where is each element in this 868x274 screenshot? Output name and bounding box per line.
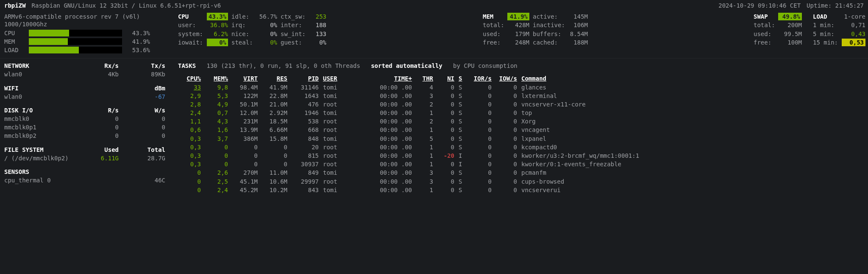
proc-s: S	[459, 101, 466, 108]
proc-res: 2.92M	[262, 109, 287, 117]
cpu-model: ARMv6-compatible processor rev 7 (v6l)	[4, 13, 140, 20]
proc-thr: 3	[416, 169, 433, 176]
mem-block: MEM 41.9% active:145Mtotal:428M inactive…	[483, 13, 576, 54]
col-header[interactable]: NI	[437, 75, 454, 82]
proc-s: I	[459, 160, 466, 168]
proc-ior: 0	[470, 101, 492, 108]
col-header[interactable]: USER	[323, 75, 353, 82]
proc-cmd: vncagent	[521, 126, 864, 134]
proc-mem: 0	[205, 143, 228, 151]
proc-thr: 1	[416, 109, 433, 117]
proc-cmd: vncserverui	[521, 186, 864, 194]
proc-time: 00:00 .00	[357, 126, 412, 134]
swap-pct: 49.8%	[778, 13, 802, 20]
os-info: Raspbian GNU/Linux 12 32bit / Linux 6.6.…	[32, 2, 221, 9]
proc-s: S	[459, 92, 466, 100]
proc-pid: 20	[292, 143, 319, 151]
row-name: / (/dev/mmcblk0p2)	[4, 154, 72, 162]
proc-user: tomi	[323, 92, 353, 100]
process-table: CPU%MEM%VIRTRESPIDUSERTIME+THRNISIOR/sIO…	[178, 75, 864, 194]
proc-virt: 0	[232, 160, 258, 168]
proc-iow: 0	[496, 92, 517, 100]
proc-s: S	[459, 143, 466, 151]
proc-user: tomi	[323, 84, 353, 91]
bar-track	[29, 38, 122, 45]
bar-value: 43.3%	[125, 29, 150, 37]
col-header[interactable]: CPU%	[178, 75, 201, 82]
col-header[interactable]: RES	[262, 75, 287, 82]
col-header[interactable]: S	[459, 75, 466, 82]
proc-ni: 0	[437, 117, 454, 125]
hostname: rbpiZW	[4, 2, 26, 9]
proc-time: 00:00 .00	[357, 160, 412, 168]
bar-label: MEM	[4, 38, 26, 45]
proc-iow: 0	[496, 169, 517, 176]
proc-ni: 0	[437, 109, 454, 117]
row-name: mmcblk0p2	[4, 132, 72, 140]
proc-res: 11.0M	[262, 169, 287, 176]
col-header[interactable]: VIRT	[232, 75, 258, 82]
proc-time: 00:00 .00	[357, 178, 412, 185]
proc-iow: 0	[496, 126, 517, 134]
datetime: 2024-10-29 09:10:46 CET	[718, 2, 801, 9]
proc-user: root	[323, 126, 353, 134]
proc-iow: 0	[496, 101, 517, 108]
proc-cpu: 0,3	[178, 143, 201, 151]
proc-thr: 1	[416, 160, 433, 168]
proc-time: 00:00 .00	[357, 101, 412, 108]
tasks-header: TASKS 130 (213 thr), 0 run, 91 slp, 0 ot…	[178, 62, 864, 70]
bar-track	[29, 30, 122, 36]
proc-pid: 668	[292, 126, 319, 134]
proc-ior: 0	[470, 84, 492, 91]
proc-ni: 0	[437, 169, 454, 176]
proc-mem: 2,5	[205, 178, 228, 185]
col-header[interactable]: THR	[416, 75, 433, 82]
proc-res: 10.2M	[262, 186, 287, 194]
proc-mem: 9,8	[205, 84, 228, 91]
proc-res: 21.0M	[262, 101, 287, 108]
proc-res: 0	[262, 152, 287, 159]
proc-mem: 0,7	[205, 109, 228, 117]
proc-iow: 0	[496, 152, 517, 159]
proc-cmd: kworker/0:1-events_freezable	[521, 160, 864, 168]
proc-ior: 0	[470, 178, 492, 185]
col-header[interactable]: MEM%	[205, 75, 228, 82]
col-header[interactable]: Command	[521, 75, 864, 82]
load-block: LOAD 1-core1 min:0,715 min:0,4315 min:0,…	[813, 13, 864, 54]
proc-mem: 1,6	[205, 126, 228, 134]
proc-cmd: lxpanel	[521, 135, 864, 143]
proc-virt: 0	[232, 143, 258, 151]
proc-s: I	[459, 152, 466, 159]
proc-time: 00:00 .00	[357, 152, 412, 159]
proc-user: root	[323, 178, 353, 185]
proc-user: root	[323, 152, 353, 159]
col-header[interactable]: TIME+	[357, 75, 412, 82]
proc-thr: 4	[416, 84, 433, 91]
row-name: cpu_thermal 0	[4, 176, 72, 184]
proc-pid: 30937	[292, 160, 319, 168]
proc-mem: 3,7	[205, 135, 228, 143]
col-header[interactable]: PID	[292, 75, 319, 82]
proc-iow: 0	[496, 109, 517, 117]
proc-cmd: top	[521, 109, 864, 117]
proc-pid: 538	[292, 117, 319, 125]
proc-cpu: 2,9	[178, 92, 201, 100]
proc-res: 0	[262, 143, 287, 151]
proc-thr: 1	[416, 186, 433, 194]
proc-thr: 2	[416, 117, 433, 125]
summary-row: ARMv6-compatible processor rev 7 (v6l) 1…	[0, 12, 868, 59]
proc-s: S	[459, 126, 466, 134]
proc-mem: 4,9	[205, 101, 228, 108]
col-header[interactable]: IOW/s	[496, 75, 517, 82]
proc-cmd: lxterminal	[521, 92, 864, 100]
proc-mem: 4,3	[205, 117, 228, 125]
proc-cpu: 0,3	[178, 152, 201, 159]
proc-cmd: kcompactd0	[521, 143, 864, 151]
proc-ni: 0	[437, 186, 454, 194]
col-header[interactable]: IOR/s	[470, 75, 492, 82]
proc-time: 00:00 .00	[357, 92, 412, 100]
proc-thr: 5	[416, 135, 433, 143]
proc-ior: 0	[470, 135, 492, 143]
proc-s: S	[459, 169, 466, 176]
section-title: WIFI	[4, 84, 72, 92]
